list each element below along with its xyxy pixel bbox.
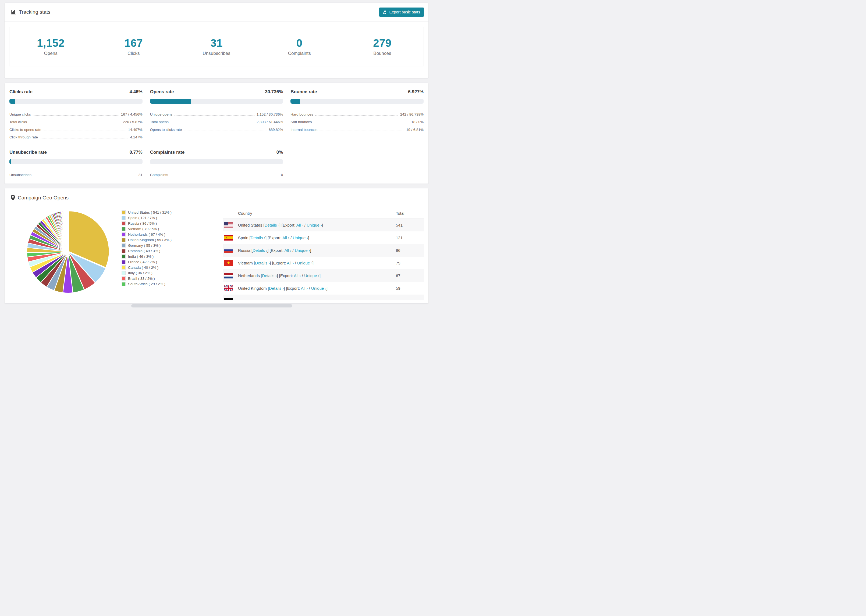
stat-value: 1,152 — [37, 37, 65, 49]
rate-detail-row: Opens to clicks rate 689.82% — [150, 124, 283, 132]
rate-row-value: 1,152 / 30.736% — [257, 112, 283, 117]
rate-row-label: Total clicks — [9, 120, 27, 124]
details-link[interactable]: Details › — [262, 273, 277, 278]
rate-row-value: 31 — [139, 173, 143, 177]
rate-row-value: 18 / 0% — [411, 120, 424, 124]
legend-label: Netherlands ( 67 / 4% ) — [128, 233, 165, 237]
legend-color-swatch — [121, 265, 126, 270]
rate-row-label: Unsubscribes — [9, 173, 31, 177]
rate-detail-row: Total clicks 220 / 5.87% — [9, 117, 143, 124]
export-all-link[interactable]: All › — [301, 286, 308, 291]
details-link[interactable]: Details › — [252, 248, 267, 253]
progress-bar-fill — [9, 99, 15, 104]
dotted-leader — [171, 123, 254, 123]
legend-color-swatch — [121, 227, 126, 231]
rate-title: Unsubscribe rate — [9, 150, 47, 155]
legend-item[interactable]: Netherlands ( 67 / 4% ) — [121, 232, 172, 237]
legend-item[interactable]: Brazil ( 33 / 2% ) — [121, 276, 172, 281]
export-unique-link[interactable]: Unique › — [297, 261, 313, 265]
rate-row-value: 689.82% — [269, 128, 283, 132]
legend-label: Brazil ( 33 / 2% ) — [128, 277, 155, 281]
legend-color-swatch — [121, 243, 126, 248]
stat-label: Complaints — [288, 51, 311, 56]
rate-row-label: Hard bounces — [290, 112, 313, 117]
rate-percentage: 6.927% — [408, 89, 424, 94]
legend-item[interactable]: Romania ( 49 / 3% ) — [121, 248, 172, 254]
rate-row-label: Internal bounces — [290, 128, 317, 132]
legend-color-swatch — [121, 260, 126, 264]
stat-value: 279 — [373, 37, 391, 49]
table-row-netherlands: Netherlands [Details ›] [Export: All › /… — [223, 269, 424, 282]
stat-label: Opens — [44, 51, 58, 56]
rate-percentage: 0.77% — [129, 150, 142, 155]
total-cell: 67 — [396, 273, 424, 278]
dotted-leader — [170, 176, 279, 176]
stat-label: Unsubscribes — [203, 51, 230, 56]
rate-row-label: Click through rate — [9, 135, 38, 140]
rate-title: Opens rate — [150, 89, 174, 94]
export-all-link[interactable]: All › — [294, 273, 301, 278]
legend-color-swatch — [121, 249, 126, 253]
legend-item[interactable]: Italy ( 36 / 2% ) — [121, 270, 172, 276]
progress-bar — [290, 99, 424, 104]
export-basic-stats-button[interactable]: Export basic stats — [379, 8, 424, 17]
legend-color-swatch — [121, 282, 126, 286]
export-unique-link[interactable]: Unique › — [304, 273, 320, 278]
column-header-total: Total — [396, 211, 424, 215]
dotted-leader — [44, 130, 126, 131]
dotted-leader — [315, 115, 398, 116]
rate-block-complaints-rate: Complaints rate 0% Complaints 0 — [150, 150, 283, 177]
export-unique-link[interactable]: Unique › — [307, 223, 322, 227]
rate-detail-row: Click through rate 4.147% — [9, 132, 143, 140]
rate-row-label: Opens to clicks rate — [150, 128, 182, 132]
legend-item[interactable]: Germany ( 55 / 3% ) — [121, 243, 172, 248]
horizontal-scrollbar-thumb[interactable] — [131, 304, 292, 308]
legend-item[interactable]: Spain ( 121 / 7% ) — [121, 215, 172, 221]
export-all-link[interactable]: All › — [285, 248, 291, 253]
geo-country-table: Country Total United States [Details ›] … — [223, 208, 424, 303]
details-link[interactable]: Details › — [269, 286, 284, 291]
legend-item[interactable]: Vietnam ( 79 / 5% ) — [121, 226, 172, 232]
details-link[interactable]: Details › — [255, 261, 270, 265]
country-flag-icon — [224, 273, 233, 278]
export-unique-link[interactable]: Unique › — [293, 236, 308, 240]
rate-detail-row: Clicks to opens rate 14.497% — [9, 124, 143, 132]
table-row-united-states: United States [Details ›] [Export: All ›… — [223, 219, 424, 231]
export-all-link[interactable]: All › — [296, 223, 303, 227]
country-cell: United States [Details ›] [Export: All ›… — [233, 223, 396, 227]
rate-detail-row: Unique clicks 167 / 4.456% — [9, 109, 143, 117]
rate-detail-row: Complaints 0 — [150, 169, 283, 177]
rate-block-clicks-rate: Clicks rate 4.46% Unique clicks 167 / 4.… — [9, 89, 143, 140]
geo-opens-pie-chart[interactable] — [25, 209, 111, 295]
export-unique-link[interactable]: Unique › — [311, 286, 326, 291]
rate-row-label: Unique clicks — [9, 112, 31, 117]
country-cell: Netherlands [Details ›] [Export: All › /… — [233, 273, 396, 278]
rate-detail-row: Unsubscribes 31 — [9, 169, 143, 177]
details-link[interactable]: Details › — [265, 223, 279, 227]
rate-row-label: Soft bounces — [290, 120, 312, 124]
dotted-leader — [314, 123, 409, 123]
legend-item[interactable]: France ( 42 / 2% ) — [121, 259, 172, 265]
table-row-russia: Russia [Details ›] [Export: All › / Uniq… — [223, 244, 424, 257]
legend-item[interactable]: United Kingdom ( 59 / 3% ) — [121, 237, 172, 243]
section-title: Campaign Geo Opens — [18, 195, 69, 201]
export-all-link[interactable]: All › — [282, 236, 290, 240]
details-link[interactable]: Details › — [251, 236, 265, 240]
legend-item[interactable]: United States ( 541 / 31% ) — [121, 210, 172, 215]
stat-value: 31 — [210, 37, 223, 49]
legend-item[interactable]: Russia ( 86 / 5% ) — [121, 221, 172, 226]
legend-item[interactable]: India ( 46 / 3% ) — [121, 254, 172, 259]
stat-cell-opens: 1,152 Opens — [9, 27, 92, 66]
progress-bar — [9, 159, 143, 164]
stats-summary: 1,152 Opens 167 Clicks 31 Unsubscribes 0… — [9, 27, 424, 66]
stat-cell-bounces: 279 Bounces — [341, 27, 424, 66]
total-cell: 86 — [396, 248, 424, 253]
legend-item[interactable]: South Africa ( 29 / 2% ) — [121, 281, 172, 287]
progress-bar — [150, 99, 283, 104]
column-header-country: Country — [223, 211, 396, 215]
total-cell: 541 — [396, 223, 424, 227]
legend-item[interactable]: Canada ( 40 / 2% ) — [121, 265, 172, 270]
progress-bar-fill — [9, 159, 11, 164]
export-all-link[interactable]: All › — [287, 261, 294, 265]
export-unique-link[interactable]: Unique › — [295, 248, 310, 253]
